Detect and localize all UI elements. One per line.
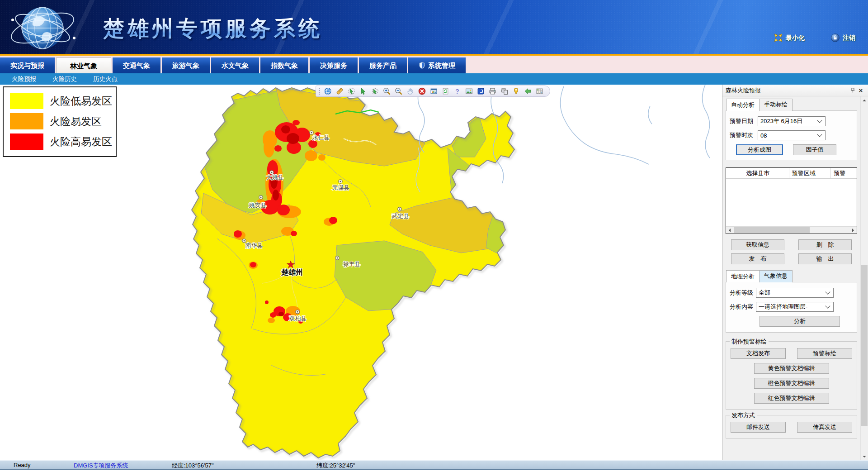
fire-risk-legend: 火险低易发区火险易发区火险高易发区 <box>3 86 117 157</box>
analysis-content-select[interactable]: 一请选择地理图层- <box>756 302 834 312</box>
analyze-map-button[interactable]: 分析成图 <box>736 144 783 155</box>
tab-index-weather[interactable]: 指数气象 <box>260 57 308 73</box>
print-preview-icon[interactable] <box>500 87 508 95</box>
tab-auto-analysis[interactable]: 自动分析 <box>726 99 760 111</box>
legend-swatch-high <box>10 133 43 150</box>
tab-hydro-weather[interactable]: 水文气象 <box>211 57 259 73</box>
tab-label: 水文气象 <box>222 57 249 73</box>
app-banner: 楚雄州专项服务系统 最小化 注销 <box>0 0 868 56</box>
full-extent-globe-icon[interactable] <box>324 87 332 95</box>
scroll-thumb[interactable] <box>734 227 810 233</box>
warn-date-value: 2023年 6月16日 <box>760 117 816 125</box>
warn-plot-button[interactable]: 预警标绘 <box>797 348 852 359</box>
measure-ruler-icon[interactable] <box>336 87 344 95</box>
toolbar-grip-handle[interactable] <box>318 88 320 95</box>
logout-button[interactable]: 注销 <box>831 33 855 42</box>
horizontal-scrollbar[interactable] <box>726 226 857 234</box>
scroll-thumb[interactable] <box>861 265 868 426</box>
tab-live-forecast[interactable]: 实况与预报 <box>0 57 55 73</box>
forest-fire-panel: 森林火险预报 × 自动分析 手动标绘 预警日期 2023年 6月16日 <box>722 85 868 460</box>
shield-icon <box>419 62 425 69</box>
analysis-content-label: 分析内容 <box>730 303 756 311</box>
analysis-mode-tabs: 自动分析 手动标绘 <box>726 99 857 111</box>
clear-stop-icon[interactable] <box>418 87 426 95</box>
export-button[interactable]: 输 出 <box>798 253 852 264</box>
column-header-region[interactable]: 预警区域 <box>789 168 831 178</box>
pin-icon[interactable] <box>849 86 857 95</box>
svg-text:?: ? <box>455 88 459 95</box>
chevron-down-icon <box>817 118 822 123</box>
tab-forestry-weather[interactable]: 林业气象 <box>56 57 111 73</box>
select-arrow-icon[interactable] <box>359 87 367 95</box>
fax-send-button[interactable]: 传真发送 <box>797 422 852 433</box>
publish-method-group: 发布方式 邮件发送 传真发送 <box>726 415 857 439</box>
refresh-page-icon[interactable] <box>442 87 449 95</box>
column-header-blank[interactable] <box>726 168 743 178</box>
globe-logo-icon <box>3 1 84 54</box>
legend-label: 火险高易发区 <box>50 135 112 149</box>
factor-value-button[interactable]: 因子值 <box>793 144 836 155</box>
tab-decision-service[interactable]: 决策服务 <box>310 57 358 73</box>
panel-vertical-scrollbar[interactable] <box>860 96 868 460</box>
get-info-button[interactable]: 获取信息 <box>731 239 784 250</box>
app-title: 楚雄州专项服务系统 <box>103 14 323 43</box>
warn-time-select[interactable]: 08 <box>758 130 826 140</box>
legend-item-low: 火险低易发区 <box>10 93 109 109</box>
map-label-lufeng: 禄丰县 <box>343 261 361 267</box>
lock-icon <box>831 33 840 42</box>
mail-send-button[interactable]: 邮件发送 <box>731 422 786 433</box>
red-doc-edit-button[interactable]: 红色预警文档编辑 <box>754 393 829 404</box>
status-longitude: 经度:103°56'57" <box>172 462 214 470</box>
scroll-up-button[interactable] <box>861 96 868 104</box>
place-marker-icon[interactable] <box>512 87 520 95</box>
warn-time-value: 08 <box>760 132 816 139</box>
column-header-warning[interactable]: 预警 <box>831 168 857 178</box>
minimize-label: 最小化 <box>786 34 805 42</box>
scroll-left-button[interactable] <box>726 227 733 234</box>
tab-manual-plot[interactable]: 手动标绘 <box>759 99 793 111</box>
publish-method-group-title: 发布方式 <box>730 411 757 420</box>
auto-analysis-group: 预警日期 2023年 6月16日 预警时次 08 分析成图 因子值 <box>726 110 857 160</box>
table-body-empty[interactable] <box>726 179 857 226</box>
save-scene-icon[interactable] <box>477 87 485 95</box>
warn-time-label: 预警时次 <box>730 131 758 139</box>
submenu-item-historical-fire-points[interactable]: 历史火点 <box>93 75 118 83</box>
submenu-item-fire-risk-history[interactable]: 火险历史 <box>52 75 77 83</box>
map-layout-icon[interactable] <box>536 87 543 95</box>
chevron-down-icon <box>817 132 822 137</box>
close-icon[interactable]: × <box>857 86 865 95</box>
zoom-out-icon[interactable] <box>395 87 402 95</box>
select-by-circle-icon[interactable] <box>348 87 355 95</box>
print-icon[interactable] <box>489 87 496 95</box>
zoom-in-icon[interactable] <box>383 87 391 95</box>
minimize-button[interactable]: 最小化 <box>774 33 805 42</box>
pan-hand-icon[interactable] <box>406 87 414 95</box>
window-chart-icon[interactable] <box>430 87 438 95</box>
delete-button[interactable]: 删 除 <box>798 239 852 250</box>
select-by-polygon-icon[interactable] <box>371 87 379 95</box>
image-export-icon[interactable] <box>465 87 473 95</box>
warn-date-select[interactable]: 2023年 6月16日 <box>758 116 826 126</box>
tab-tourism-weather[interactable]: 旅游气象 <box>162 57 210 73</box>
scroll-down-button[interactable] <box>861 453 868 460</box>
publish-button[interactable]: 发 布 <box>731 253 784 264</box>
tab-traffic-weather[interactable]: 交通气象 <box>113 57 160 73</box>
yellow-doc-edit-button[interactable]: 黄色预警文档编辑 <box>754 363 829 374</box>
chevron-down-icon <box>825 289 830 294</box>
tab-geo-analysis[interactable]: 地理分析 <box>726 270 760 282</box>
analysis-level-select[interactable]: 全部 <box>756 288 834 298</box>
submenu-item-fire-risk-forecast[interactable]: 火险预报 <box>12 75 36 83</box>
help-icon[interactable]: ? <box>453 87 461 95</box>
submenu-bar: 火险预报火险历史历史火点 <box>0 73 868 85</box>
back-arrow-icon[interactable] <box>524 87 532 95</box>
analyze-button[interactable]: 分析 <box>760 316 840 327</box>
doc-publish-button[interactable]: 文档发布 <box>731 348 786 359</box>
scroll-right-button[interactable] <box>849 227 857 234</box>
warn-date-label: 预警日期 <box>730 117 758 125</box>
tab-service-products[interactable]: 服务产品 <box>359 57 407 73</box>
tab-label: 决策服务 <box>320 57 347 73</box>
column-header-county[interactable]: 选择县市 <box>743 168 789 178</box>
tab-system-management[interactable]: 系统管理 <box>408 57 466 73</box>
tab-weather-info[interactable]: 气象信息 <box>759 270 793 282</box>
orange-doc-edit-button[interactable]: 橙色预警文档编辑 <box>754 378 829 389</box>
